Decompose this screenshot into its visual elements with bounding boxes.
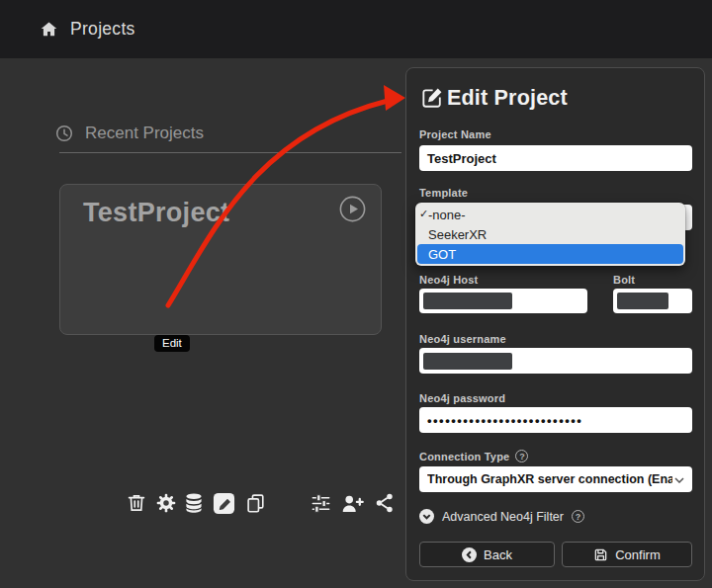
template-dropdown-menu: ✓ -none- SeekerXR GOT <box>415 203 685 266</box>
top-bar: Projects <box>0 0 712 58</box>
bolt-input[interactable] <box>613 289 692 313</box>
neo4j-password-label: Neo4j password <box>419 392 505 404</box>
help-icon[interactable]: ? <box>572 510 584 523</box>
add-user-button[interactable] <box>340 492 364 516</box>
sliders-icon <box>310 492 332 515</box>
database-icon <box>183 492 205 514</box>
neo4j-username-input[interactable] <box>419 348 692 374</box>
recent-projects-header: Recent Projects <box>55 124 204 143</box>
project-settings-button[interactable] <box>155 492 177 514</box>
copy-icon <box>244 492 267 515</box>
advanced-neo4j-filter-toggle[interactable]: Advanced Neo4j Filter ? <box>419 509 584 524</box>
bolt-label: Bolt <box>613 274 635 286</box>
template-option-got[interactable]: GOT <box>417 244 683 264</box>
circle-chevron-left-icon <box>462 547 477 562</box>
connection-type-label-row: Connection Type ? <box>419 450 528 462</box>
redacted-value <box>423 293 512 309</box>
project-data-button[interactable] <box>183 492 205 514</box>
redacted-value <box>423 353 512 370</box>
project-card[interactable]: TestProject <box>59 184 382 335</box>
user-plus-icon <box>340 492 364 516</box>
edit-project-button[interactable] <box>213 492 235 515</box>
password-dots: •••••••••••••••••••••••••• <box>427 413 582 428</box>
share-project-button[interactable] <box>374 492 396 514</box>
project-name-value: TestProject <box>427 151 496 166</box>
check-icon: ✓ <box>419 208 428 220</box>
share-icon <box>374 492 396 514</box>
template-label: Template <box>419 187 468 199</box>
template-option-seekerxr[interactable]: SeekerXR <box>415 224 685 244</box>
chevron-down-icon <box>674 472 684 486</box>
project-card-actions <box>60 488 381 516</box>
recent-projects-title: Recent Projects <box>85 124 204 143</box>
home-icon[interactable] <box>40 20 58 39</box>
project-name-input[interactable]: TestProject <box>419 145 692 171</box>
advanced-filter-label: Advanced Neo4j Filter <box>442 510 564 524</box>
save-icon <box>593 547 608 562</box>
open-project-button[interactable] <box>339 196 366 222</box>
pen-to-square-icon <box>419 85 445 111</box>
section-divider <box>59 152 401 153</box>
edit-tooltip: Edit <box>154 335 190 352</box>
panel-title: Edit Project <box>419 85 568 111</box>
edit-project-panel: Edit Project Project Name TestProject Te… <box>405 67 705 581</box>
page-title: Projects <box>70 19 135 40</box>
pencil-icon <box>213 492 235 515</box>
neo4j-password-input[interactable]: •••••••••••••••••••••••••• <box>419 407 692 433</box>
configure-project-button[interactable] <box>310 492 332 515</box>
neo4j-host-label: Neo4j Host <box>419 274 478 286</box>
connection-type-select[interactable]: Through GraphXR server connection (Enabl… <box>419 466 692 492</box>
project-name-label: Project Name <box>419 128 491 140</box>
trash-icon <box>126 492 147 514</box>
panel-title-text: Edit Project <box>447 86 568 111</box>
connection-type-value: Through GraphXR server connection (Enabl… <box>427 472 672 486</box>
neo4j-host-input[interactable] <box>419 289 587 313</box>
redacted-value <box>617 293 668 309</box>
delete-project-button[interactable] <box>126 492 147 514</box>
help-icon[interactable]: ? <box>515 450 528 462</box>
project-card-title: TestProject <box>83 198 229 228</box>
confirm-button-label: Confirm <box>615 547 661 562</box>
neo4j-username-label: Neo4j username <box>419 333 506 345</box>
gear-icon <box>155 492 177 514</box>
template-option-none[interactable]: ✓ -none- <box>415 205 685 224</box>
connection-type-label: Connection Type <box>419 451 509 462</box>
back-button-label: Back <box>484 547 512 562</box>
back-button[interactable]: Back <box>419 542 555 567</box>
circle-chevron-down-icon <box>419 509 434 524</box>
duplicate-project-button[interactable] <box>244 492 267 515</box>
clock-icon <box>55 125 73 142</box>
confirm-button[interactable]: Confirm <box>562 542 692 567</box>
